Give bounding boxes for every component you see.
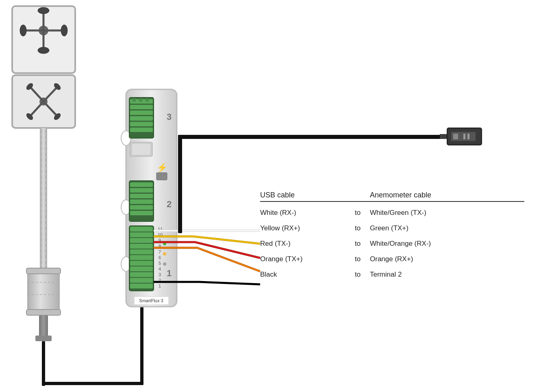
to-label-4: to	[345, 271, 370, 279]
table-row: Orange (TX+) to Orange (RX+)	[260, 251, 524, 267]
to-label-0: to	[345, 209, 370, 217]
to-label-2: to	[345, 240, 370, 248]
svg-rect-57	[130, 211, 153, 215]
svg-text:11: 11	[158, 227, 163, 232]
svg-rect-90	[178, 135, 454, 139]
table-row: White (RX-) to White/Green (TX-)	[260, 205, 524, 221]
svg-rect-40	[130, 110, 153, 115]
svg-point-36	[121, 257, 131, 271]
svg-rect-33	[126, 89, 177, 307]
svg-text:2: 2	[167, 199, 172, 209]
svg-rect-37	[129, 97, 154, 138]
svg-rect-32	[140, 305, 143, 384]
svg-text:1: 1	[159, 284, 161, 288]
svg-rect-61	[130, 238, 153, 243]
svg-rect-43	[130, 128, 153, 132]
svg-rect-38	[130, 99, 153, 104]
svg-text:6: 6	[159, 255, 161, 260]
svg-rect-46	[146, 98, 149, 102]
svg-line-12	[30, 87, 43, 102]
svg-rect-39	[130, 105, 153, 109]
svg-rect-97	[448, 129, 480, 144]
svg-point-16	[25, 82, 35, 91]
usb-wire-label-3: Orange (TX+)	[260, 255, 345, 263]
svg-rect-54	[130, 194, 153, 198]
svg-rect-51	[129, 181, 154, 221]
svg-point-35	[121, 200, 131, 214]
svg-point-9	[61, 25, 67, 36]
svg-text:2: 2	[159, 278, 161, 283]
svg-point-82	[163, 252, 166, 256]
table-row: Black to Terminal 2	[260, 267, 524, 282]
anem-wire-label-4: Terminal 2	[370, 271, 484, 279]
usb-wire-label-2: Red (TX-)	[260, 240, 345, 248]
svg-rect-20	[40, 128, 47, 272]
svg-rect-96	[447, 128, 482, 145]
svg-text:4: 4	[159, 266, 161, 271]
svg-rect-66	[130, 266, 153, 271]
svg-rect-42	[130, 122, 153, 126]
svg-rect-25	[26, 310, 61, 315]
svg-rect-60	[130, 232, 153, 237]
svg-rect-63	[130, 249, 153, 254]
svg-text:3: 3	[167, 112, 172, 122]
svg-rect-64	[130, 255, 153, 260]
svg-line-14	[30, 102, 43, 116]
svg-text:8: 8	[159, 244, 161, 249]
table-row: Yellow (RX+) to Green (TX+)	[260, 221, 524, 236]
svg-text:5: 5	[159, 261, 161, 266]
svg-point-81	[163, 242, 166, 245]
svg-rect-91	[440, 134, 448, 139]
svg-rect-28	[39, 315, 48, 338]
svg-point-1	[39, 26, 48, 35]
svg-rect-99	[453, 134, 458, 139]
svg-rect-50	[156, 173, 167, 180]
usb-wire-label-4: Black	[260, 271, 345, 279]
svg-rect-24	[26, 268, 61, 274]
svg-rect-58	[129, 226, 154, 291]
svg-text:⚡: ⚡	[156, 162, 168, 173]
svg-text:3: 3	[159, 272, 161, 277]
svg-rect-45	[139, 98, 142, 102]
svg-text:1: 1	[167, 268, 172, 278]
svg-rect-29	[35, 336, 52, 341]
svg-line-13	[43, 87, 57, 102]
usb-wire-label-1: Yellow (RX+)	[260, 224, 345, 232]
svg-point-34	[121, 131, 131, 145]
svg-point-8	[20, 25, 26, 36]
svg-rect-48	[132, 144, 150, 155]
svg-rect-30	[42, 341, 45, 386]
wiring-table: USB cable Anemometer cable White (RX-) t…	[260, 191, 524, 282]
svg-rect-101	[467, 134, 469, 139]
anem-wire-label-3: Orange (RX+)	[370, 255, 484, 263]
to-label-1: to	[345, 224, 370, 232]
svg-rect-31	[42, 382, 143, 385]
svg-point-17	[53, 82, 62, 91]
svg-point-11	[39, 97, 48, 106]
diagram-container: ⚡ 11 10 9 8 7 6 5 4 3 2 1	[0, 0, 541, 392]
svg-rect-44	[133, 98, 136, 102]
svg-rect-69	[130, 284, 153, 288]
svg-rect-23	[28, 270, 59, 315]
anem-wire-label-2: White/Orange (RX-)	[370, 240, 484, 248]
table-header: USB cable Anemometer cable	[260, 191, 524, 202]
svg-rect-41	[130, 116, 153, 121]
svg-point-6	[38, 7, 49, 14]
svg-rect-98	[451, 132, 476, 141]
svg-rect-56	[130, 205, 153, 210]
usb-cable-header: USB cable	[260, 191, 345, 199]
svg-rect-68	[130, 278, 153, 283]
anem-wire-label-0: White/Green (TX-)	[370, 209, 484, 217]
svg-point-19	[53, 112, 62, 121]
svg-text:10: 10	[158, 232, 163, 237]
svg-rect-89	[178, 135, 182, 233]
anem-wire-label-1: Green (TX+)	[370, 224, 484, 232]
svg-text:SmartFlux 3: SmartFlux 3	[139, 298, 163, 303]
svg-rect-87	[134, 297, 169, 305]
svg-point-83	[163, 262, 166, 266]
svg-rect-47	[130, 142, 152, 156]
svg-text:9: 9	[159, 238, 161, 243]
svg-rect-59	[130, 227, 153, 232]
svg-rect-0	[12, 6, 75, 73]
svg-rect-53	[130, 188, 153, 193]
